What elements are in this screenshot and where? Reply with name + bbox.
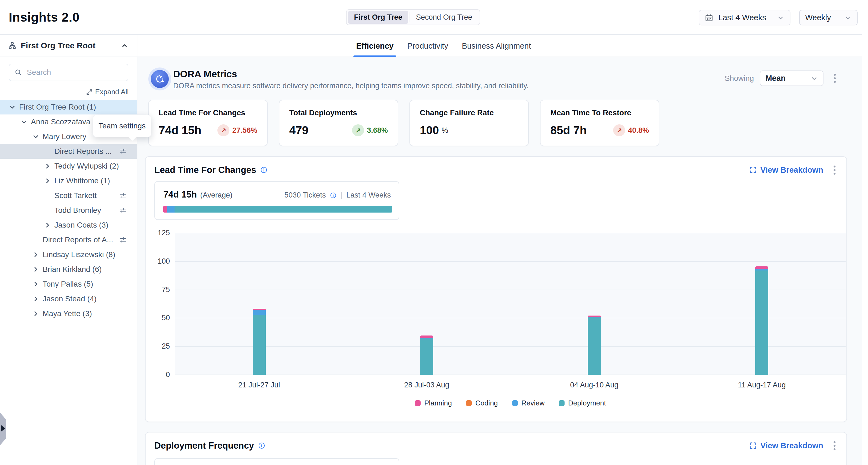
- metric-card-value-row: 100%: [420, 124, 518, 137]
- x-axis-label-28-jul-03-aug: 28 Jul-03 Aug: [386, 381, 468, 389]
- chevron-down-icon: [844, 14, 851, 22]
- legend-swatch-deployment: [559, 400, 564, 406]
- team-settings-icon[interactable]: [119, 147, 127, 155]
- tree-item-teddy-wylupski-2[interactable]: Teddy Wylupski (2): [0, 159, 137, 174]
- chevron-right-icon[interactable]: [32, 295, 42, 303]
- date-range-select[interactable]: Last 4 Weeks: [699, 10, 790, 25]
- tree-item-scott-tarkett[interactable]: Scott Tarkett: [0, 188, 137, 203]
- tree-item-todd-bromley[interactable]: Todd Bromley: [0, 203, 137, 218]
- org-tree-icon: [8, 41, 17, 50]
- bar-28-jul-03-aug-planning[interactable]: [420, 336, 433, 338]
- lead-time-view-breakdown-link[interactable]: View Breakdown: [749, 165, 823, 175]
- org-tree-option-first-org-tree[interactable]: First Org Tree: [348, 11, 408, 24]
- metric-card-value-row: 85d 7h↗40.8%: [550, 124, 649, 137]
- tree-item-jason-coats-3[interactable]: Jason Coats (3): [0, 218, 137, 232]
- deployment-menu-button[interactable]: [831, 440, 838, 452]
- view-breakdown-label: View Breakdown: [761, 165, 823, 175]
- dora-metrics-icon: [148, 67, 171, 90]
- search-input[interactable]: [9, 64, 128, 81]
- tree-item-label: Scott Tarkett: [54, 191, 97, 200]
- tree-item-direct-reports-of-a[interactable]: Direct Reports of A...: [0, 232, 137, 247]
- expand-all-button[interactable]: Expand All: [86, 88, 129, 96]
- trend-badge: ↗40.8%: [613, 124, 649, 136]
- top-bar: Insights 2.0 First Org TreeSecond Org Tr…: [0, 0, 868, 35]
- sidebar-collapse-handle[interactable]: [0, 412, 6, 445]
- dora-menu-button[interactable]: [831, 72, 838, 85]
- team-settings-icon[interactable]: [119, 191, 127, 200]
- legend-item-coding[interactable]: Coding: [466, 399, 498, 407]
- team-settings-icon[interactable]: [119, 236, 127, 244]
- team-settings-tooltip: Team settings: [93, 115, 151, 137]
- bar-28-jul-03-aug-deployment[interactable]: [420, 339, 433, 375]
- trend-badge: ↗27.56%: [217, 124, 257, 136]
- legend-label-coding: Coding: [475, 399, 498, 407]
- metric-cards: Lead Time For Changes74d 15h↗27.56%Total…: [148, 100, 659, 146]
- tree-item-liz-whittome-1[interactable]: Liz Whittome (1): [0, 174, 137, 188]
- divider: |: [341, 191, 342, 199]
- legend-item-review[interactable]: Review: [512, 399, 545, 407]
- tree-item-tony-pallas-5[interactable]: Tony Pallas (5): [0, 277, 137, 291]
- x-axis-label-21-jul-27-jul: 21 Jul-27 Jul: [218, 381, 300, 389]
- bar-11-aug-17-aug-deployment[interactable]: [755, 271, 768, 375]
- bar-11-aug-17-aug-planning[interactable]: [755, 267, 768, 269]
- tree-item-label: Tony Pallas (5): [42, 280, 93, 288]
- tree-item-maya-yette-3[interactable]: Maya Yette (3): [0, 306, 137, 321]
- chevron-down-icon[interactable]: [8, 103, 19, 111]
- chevron-up-icon[interactable]: [120, 41, 129, 50]
- tree-item-first-org-tree-root-1[interactable]: First Org Tree Root (1): [0, 100, 137, 115]
- page-scrollbar[interactable]: [862, 0, 868, 465]
- view-breakdown-label: View Breakdown: [761, 441, 823, 450]
- tree-item-brian-kirkland-6[interactable]: Brian Kirkland (6): [0, 262, 137, 277]
- trend-percent: 3.68%: [367, 126, 388, 135]
- bar-21-jul-27-jul-planning[interactable]: [253, 309, 266, 310]
- gridline-25: [175, 346, 846, 347]
- tree-item-direct-reports[interactable]: Direct Reports ...: [0, 144, 137, 159]
- distribution-segment-review: [167, 206, 175, 213]
- insights-dashboard: Insights 2.0 First Org TreeSecond Org Tr…: [0, 0, 868, 465]
- tree-item-label: Liz Whittome (1): [54, 177, 110, 185]
- chevron-right-icon[interactable]: [32, 280, 42, 288]
- collapse-arrow-icon: [1, 425, 5, 432]
- info-icon[interactable]: [330, 192, 337, 199]
- x-axis-label-04-aug-10-aug: 04 Aug-10 Aug: [553, 381, 635, 389]
- info-icon[interactable]: [258, 442, 266, 450]
- lead-time-title: Lead Time For Changes: [154, 165, 256, 175]
- summary-value: 74d 15h: [163, 189, 197, 200]
- deployment-view-breakdown-link[interactable]: View Breakdown: [749, 441, 823, 450]
- tree-item-jason-stead-4[interactable]: Jason Stead (4): [0, 291, 137, 306]
- chevron-right-icon[interactable]: [43, 177, 54, 185]
- chevron-down-icon[interactable]: [20, 118, 31, 126]
- chevron-right-icon[interactable]: [43, 162, 54, 170]
- tree-item-label: Jason Coats (3): [54, 221, 108, 229]
- org-tree-option-second-org-tree[interactable]: Second Org Tree: [410, 11, 478, 24]
- tree-item-lindsay-liszewski-8[interactable]: Lindsay Liszewski (8): [0, 247, 137, 262]
- showing-row: Showing Mean: [724, 70, 838, 86]
- legend-item-deployment[interactable]: Deployment: [559, 399, 606, 407]
- chevron-right-icon[interactable]: [43, 221, 54, 229]
- chevron-down-icon[interactable]: [32, 132, 42, 141]
- team-settings-icon[interactable]: [119, 206, 127, 214]
- bar-28-jul-03-aug-review[interactable]: [420, 338, 433, 339]
- tab-efficiency[interactable]: Efficiency: [355, 35, 395, 57]
- bar-04-aug-10-aug-review[interactable]: [588, 317, 601, 317]
- chevron-right-icon[interactable]: [32, 265, 42, 274]
- info-icon[interactable]: [260, 166, 268, 174]
- sidebar-header[interactable]: First Org Tree Root: [0, 35, 137, 57]
- legend-label-deployment: Deployment: [568, 399, 606, 407]
- chevron-right-icon[interactable]: [32, 310, 42, 318]
- granularity-select[interactable]: Weekly: [799, 10, 858, 25]
- bar-11-aug-17-aug-review[interactable]: [755, 269, 768, 271]
- tree-item-label: Lindsay Liszewski (8): [42, 250, 115, 259]
- lead-time-menu-button[interactable]: [831, 164, 838, 176]
- bar-04-aug-10-aug-planning[interactable]: [588, 315, 601, 317]
- chart-legend: PlanningCodingReviewDeployment: [175, 399, 846, 407]
- tab-business-alignment[interactable]: Business Alignment: [461, 35, 532, 57]
- bar-21-jul-27-jul-review[interactable]: [253, 310, 266, 315]
- aggregation-select[interactable]: Mean: [760, 70, 824, 86]
- legend-item-planning[interactable]: Planning: [415, 399, 452, 407]
- tab-productivity[interactable]: Productivity: [406, 35, 449, 57]
- expand-all-label: Expand All: [95, 88, 129, 96]
- bar-04-aug-10-aug-deployment[interactable]: [588, 317, 601, 375]
- chevron-right-icon[interactable]: [32, 251, 42, 259]
- bar-21-jul-27-jul-deployment[interactable]: [253, 315, 266, 375]
